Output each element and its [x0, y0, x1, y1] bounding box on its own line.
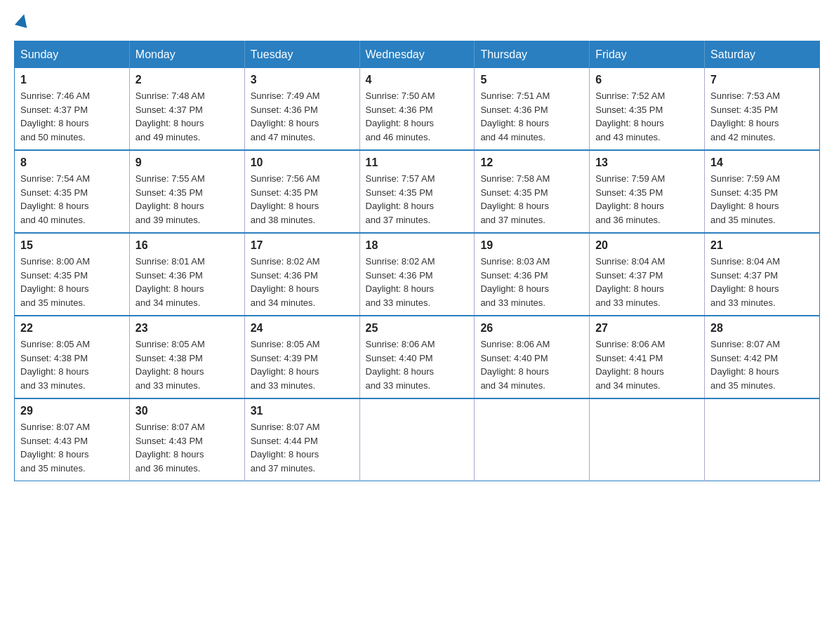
day-info: Sunrise: 8:05 AMSunset: 4:38 PMDaylight:…: [135, 337, 239, 392]
calendar-table: SundayMondayTuesdayWednesdayThursdayFrid…: [14, 41, 820, 481]
day-number: 19: [480, 239, 583, 252]
day-info: Sunrise: 8:04 AMSunset: 4:37 PMDaylight:…: [595, 255, 699, 309]
calendar-cell: 30 Sunrise: 8:07 AMSunset: 4:43 PMDaylig…: [129, 398, 244, 481]
day-info: Sunrise: 7:59 AMSunset: 4:35 PMDaylight:…: [710, 172, 814, 227]
calendar-week-3: 15 Sunrise: 8:00 AMSunset: 4:35 PMDaylig…: [15, 233, 820, 316]
calendar-cell: 10 Sunrise: 7:56 AMSunset: 4:35 PMDaylig…: [244, 150, 359, 233]
logo-triangle-icon: [15, 13, 30, 28]
calendar-cell: 21 Sunrise: 8:04 AMSunset: 4:37 PMDaylig…: [705, 233, 820, 316]
calendar-cell: [705, 398, 820, 481]
day-number: 18: [366, 239, 469, 252]
day-number: 15: [20, 239, 124, 252]
day-info: Sunrise: 7:54 AMSunset: 4:35 PMDaylight:…: [20, 172, 124, 227]
day-number: 22: [20, 322, 124, 335]
day-info: Sunrise: 7:46 AMSunset: 4:37 PMDaylight:…: [20, 89, 124, 144]
day-number: 14: [710, 156, 814, 169]
logo: [14, 14, 31, 27]
day-number: 9: [135, 156, 239, 169]
calendar-cell: 28 Sunrise: 8:07 AMSunset: 4:42 PMDaylig…: [705, 316, 820, 398]
day-info: Sunrise: 8:00 AMSunset: 4:35 PMDaylight:…: [20, 255, 124, 309]
calendar-cell: 24 Sunrise: 8:05 AMSunset: 4:39 PMDaylig…: [244, 316, 359, 398]
day-info: Sunrise: 7:58 AMSunset: 4:35 PMDaylight:…: [480, 172, 583, 227]
calendar-cell: 8 Sunrise: 7:54 AMSunset: 4:35 PMDayligh…: [15, 150, 130, 233]
calendar-cell: 16 Sunrise: 8:01 AMSunset: 4:36 PMDaylig…: [129, 233, 244, 316]
calendar-cell: 23 Sunrise: 8:05 AMSunset: 4:38 PMDaylig…: [129, 316, 244, 398]
day-info: Sunrise: 8:05 AMSunset: 4:38 PMDaylight:…: [20, 337, 124, 392]
calendar-cell: 26 Sunrise: 8:06 AMSunset: 4:40 PMDaylig…: [475, 316, 590, 398]
day-header-wednesday: Wednesday: [359, 41, 475, 69]
day-header-sunday: Sunday: [15, 41, 130, 69]
day-info: Sunrise: 8:06 AMSunset: 4:41 PMDaylight:…: [595, 337, 699, 392]
day-info: Sunrise: 8:07 AMSunset: 4:44 PMDaylight:…: [251, 420, 354, 475]
calendar-cell: [475, 398, 590, 481]
calendar-cell: 7 Sunrise: 7:53 AMSunset: 4:35 PMDayligh…: [705, 68, 820, 150]
day-number: 25: [366, 322, 469, 335]
day-header-saturday: Saturday: [705, 41, 820, 69]
day-info: Sunrise: 7:55 AMSunset: 4:35 PMDaylight:…: [135, 172, 239, 227]
day-number: 24: [251, 322, 354, 335]
day-number: 4: [366, 74, 469, 86]
day-number: 31: [251, 405, 354, 417]
calendar-cell: 19 Sunrise: 8:03 AMSunset: 4:36 PMDaylig…: [475, 233, 590, 316]
calendar-cell: 17 Sunrise: 8:02 AMSunset: 4:36 PMDaylig…: [244, 233, 359, 316]
day-info: Sunrise: 8:02 AMSunset: 4:36 PMDaylight:…: [366, 255, 469, 309]
day-number: 20: [595, 239, 699, 252]
calendar-cell: 9 Sunrise: 7:55 AMSunset: 4:35 PMDayligh…: [129, 150, 244, 233]
day-number: 16: [135, 239, 239, 252]
day-info: Sunrise: 7:53 AMSunset: 4:35 PMDaylight:…: [710, 89, 814, 144]
day-number: 27: [595, 322, 699, 335]
calendar-cell: 3 Sunrise: 7:49 AMSunset: 4:36 PMDayligh…: [244, 68, 359, 150]
day-number: 7: [710, 74, 814, 86]
day-header-thursday: Thursday: [475, 41, 590, 69]
day-info: Sunrise: 7:51 AMSunset: 4:36 PMDaylight:…: [480, 89, 583, 144]
day-info: Sunrise: 7:56 AMSunset: 4:35 PMDaylight:…: [251, 172, 354, 227]
day-info: Sunrise: 7:59 AMSunset: 4:35 PMDaylight:…: [595, 172, 699, 227]
calendar-cell: [359, 398, 475, 481]
day-info: Sunrise: 7:48 AMSunset: 4:37 PMDaylight:…: [135, 89, 239, 144]
calendar-cell: 2 Sunrise: 7:48 AMSunset: 4:37 PMDayligh…: [129, 68, 244, 150]
calendar-cell: 25 Sunrise: 8:06 AMSunset: 4:40 PMDaylig…: [359, 316, 475, 398]
calendar-cell: 18 Sunrise: 8:02 AMSunset: 4:36 PMDaylig…: [359, 233, 475, 316]
calendar-cell: 4 Sunrise: 7:50 AMSunset: 4:36 PMDayligh…: [359, 68, 475, 150]
day-number: 29: [20, 405, 124, 417]
calendar-body: 1 Sunrise: 7:46 AMSunset: 4:37 PMDayligh…: [15, 68, 820, 481]
day-info: Sunrise: 8:03 AMSunset: 4:36 PMDaylight:…: [480, 255, 583, 309]
day-info: Sunrise: 8:04 AMSunset: 4:37 PMDaylight:…: [710, 255, 814, 309]
day-number: 6: [595, 74, 699, 86]
calendar-week-4: 22 Sunrise: 8:05 AMSunset: 4:38 PMDaylig…: [15, 316, 820, 398]
day-number: 21: [710, 239, 814, 252]
calendar-cell: 20 Sunrise: 8:04 AMSunset: 4:37 PMDaylig…: [590, 233, 705, 316]
day-info: Sunrise: 7:49 AMSunset: 4:36 PMDaylight:…: [251, 89, 354, 144]
calendar-cell: 22 Sunrise: 8:05 AMSunset: 4:38 PMDaylig…: [15, 316, 130, 398]
day-info: Sunrise: 7:52 AMSunset: 4:35 PMDaylight:…: [595, 89, 699, 144]
calendar-cell: 15 Sunrise: 8:00 AMSunset: 4:35 PMDaylig…: [15, 233, 130, 316]
day-info: Sunrise: 8:01 AMSunset: 4:36 PMDaylight:…: [135, 255, 239, 309]
day-number: 8: [20, 156, 124, 169]
day-number: 17: [251, 239, 354, 252]
day-header-friday: Friday: [590, 41, 705, 69]
day-number: 23: [135, 322, 239, 335]
day-number: 10: [251, 156, 354, 169]
calendar-cell: 11 Sunrise: 7:57 AMSunset: 4:35 PMDaylig…: [359, 150, 475, 233]
calendar-cell: 1 Sunrise: 7:46 AMSunset: 4:37 PMDayligh…: [15, 68, 130, 150]
calendar-cell: 5 Sunrise: 7:51 AMSunset: 4:36 PMDayligh…: [475, 68, 590, 150]
calendar-cell: 14 Sunrise: 7:59 AMSunset: 4:35 PMDaylig…: [705, 150, 820, 233]
day-number: 30: [135, 405, 239, 417]
day-number: 2: [135, 74, 239, 86]
day-number: 3: [251, 74, 354, 86]
calendar-cell: 31 Sunrise: 8:07 AMSunset: 4:44 PMDaylig…: [244, 398, 359, 481]
calendar-cell: 13 Sunrise: 7:59 AMSunset: 4:35 PMDaylig…: [590, 150, 705, 233]
day-header-monday: Monday: [129, 41, 244, 69]
day-info: Sunrise: 7:57 AMSunset: 4:35 PMDaylight:…: [366, 172, 469, 227]
day-info: Sunrise: 8:06 AMSunset: 4:40 PMDaylight:…: [366, 337, 469, 392]
day-number: 28: [710, 322, 814, 335]
day-info: Sunrise: 8:05 AMSunset: 4:39 PMDaylight:…: [251, 337, 354, 392]
calendar-header-row: SundayMondayTuesdayWednesdayThursdayFrid…: [15, 41, 820, 69]
day-info: Sunrise: 7:50 AMSunset: 4:36 PMDaylight:…: [366, 89, 469, 144]
day-number: 11: [366, 156, 469, 169]
day-number: 26: [480, 322, 583, 335]
day-info: Sunrise: 8:07 AMSunset: 4:42 PMDaylight:…: [710, 337, 814, 392]
day-info: Sunrise: 8:07 AMSunset: 4:43 PMDaylight:…: [135, 420, 239, 475]
day-header-tuesday: Tuesday: [244, 41, 359, 69]
day-info: Sunrise: 8:06 AMSunset: 4:40 PMDaylight:…: [480, 337, 583, 392]
